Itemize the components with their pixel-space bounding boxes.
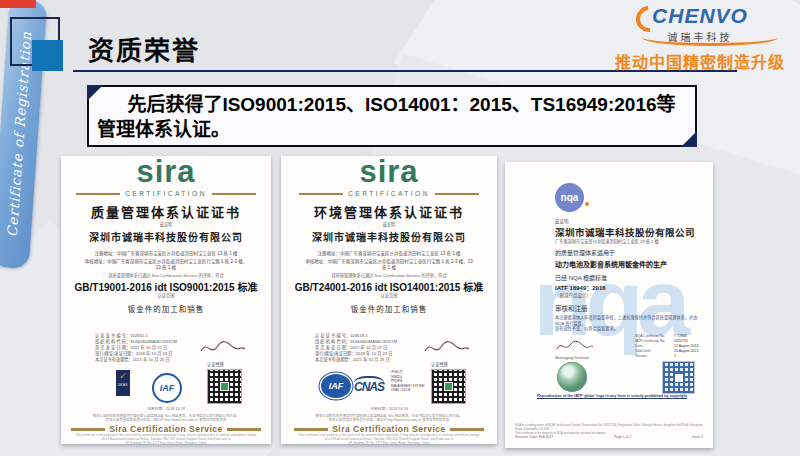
iaf-logo-icon: IAF	[152, 373, 182, 403]
footer-revision: Revision: Date: Feb 2017	[515, 435, 553, 439]
gold-bar-right	[435, 193, 479, 195]
field-value: 1	[674, 354, 676, 359]
qr-code-icon	[207, 369, 242, 404]
sira-certification-label: CERTIFICATION	[125, 190, 207, 197]
logo-tagline: 推动中国精密制造升级	[610, 49, 790, 73]
sira-certification-line: CERTIFICATION	[61, 190, 271, 197]
registration-date: 注册日期：2018.10.26	[61, 406, 271, 411]
certify-label: 兹证明	[61, 222, 271, 228]
assessment-line: 其质量管理体系已通过 Sira Certification Service 的评…	[61, 273, 271, 279]
qr-code-icon	[431, 369, 466, 404]
nqa-logo-dot-icon	[585, 202, 589, 206]
certify-label: 兹证明	[281, 222, 497, 228]
exclusion-note: （删减产品设计）	[555, 292, 703, 298]
field-row: Version1	[635, 354, 698, 359]
system-applies-line: 的质量管理体系适用于	[555, 248, 703, 257]
audit-address: 审核地址：中国广东省深圳市宝安区沙井街道洪田村宝工业区行宝路 1 栋 2-3 楼…	[303, 259, 475, 270]
certification-banner: 先后获得了ISO9001:2015、ISO14001：2015、TS16949:…	[87, 85, 697, 147]
paragraph-line: 本注册要求纳入年度的监督审核，上述标准保持并符合其质量管理体系，并由 NQA 进…	[555, 315, 705, 326]
gold-bar-left	[76, 193, 120, 195]
ukas-crown-icon: ✓	[116, 370, 130, 383]
company-name: 深圳市诚瑞丰科技股份有限公司	[281, 229, 497, 244]
signature	[199, 338, 247, 358]
sira-certification-label: CERTIFICATION	[348, 190, 430, 197]
certificate-sira-quality: sira CERTIFICATION 质量管理体系认证证书 兹证明 深圳市诚瑞丰…	[61, 156, 271, 444]
company-name: 深圳市诚瑞丰科技股份有限公司	[61, 229, 271, 244]
sira-logo: sira	[61, 155, 271, 189]
gold-bar-left	[299, 193, 343, 195]
audit-address: 审核地址：中国广东省深圳市宝安区沙井街道洪田村宝工业区行宝路 1 栋 2-3 楼…	[83, 259, 249, 270]
footer-note: 4F, Building 28, No. 2777 East Jinxiu Ro…	[67, 442, 265, 446]
registered-address: 注册地址：中国广东省深圳市宝安区沙井街道洪田村宝工业区 13 栋 1 楼	[69, 250, 263, 256]
standard-intro: 已经 NQA 根据标准	[555, 273, 703, 282]
footer-notes: This certificate is the property of Sira…	[67, 434, 265, 446]
cnas-logo-icon: CNAS	[354, 376, 384, 394]
gold-bar-right	[227, 428, 261, 431]
scope-label: 认证范围	[281, 293, 497, 299]
red-corner-accent	[0, 0, 36, 8]
certificate-fields: 认 证 证 书 编 号：103619-1 组 织 机 构 代 码：9144030…	[315, 333, 425, 363]
logo-swoosh-underline-icon	[642, 29, 778, 46]
footer-note: 4F, Building 28, No. 2777 East Jinxiu Ro…	[287, 442, 491, 446]
registration-paragraph: 本注册要求纳入年度的监督审核，上述标准保持并符合其质量管理体系，并由 NQA 进…	[555, 315, 705, 332]
qr-code-icon	[662, 361, 695, 394]
certificate-nqa-iatf: nqa nqa 兹证明 深圳市诚瑞丰科技股份有限公司 广东省深圳市宝安区沙井街道…	[505, 162, 713, 448]
standard-line: GB/T19001-2016 idt ISO9001:2015 标准	[61, 279, 271, 294]
company-logo: CHENVO 诚瑞丰科技 推动中国精密制造升级	[610, 4, 790, 73]
scope-text: 钣金件的加工和销售	[61, 303, 271, 314]
scope-label: 认证范围	[61, 293, 271, 299]
footer-page-number: Page 1 of 2	[614, 435, 631, 439]
page-title: 资质荣誉	[88, 30, 200, 67]
nqa-logo-icon: nqa	[555, 183, 584, 212]
sira-logo: sira	[281, 155, 497, 189]
assessment-line: 其环境管理体系已通过 Sira Certification Service 的评…	[281, 273, 497, 279]
certificate-title: 质量管理体系认证证书	[61, 202, 271, 221]
field-row: 本次证书有效期至：2021 年 10 月 26 日	[95, 357, 205, 363]
note-line: 有关认证范围及体系运行状态，请访问 http://www.sira.com.cn…	[71, 418, 261, 422]
registration-date: 注册日期：2018.10.26	[281, 406, 497, 411]
gold-bar-right	[450, 428, 484, 431]
footer-notes: NQA is a trading name of NQA Certificati…	[515, 424, 703, 435]
logo-wordmark: CHENVO 诚瑞丰科技	[646, 4, 754, 44]
iaf-logo-icon: IAF	[321, 374, 351, 398]
field-value: 20 August 2021	[674, 349, 698, 354]
blue-square-decoration	[32, 40, 63, 71]
certificate-title: 环境管理体系认证证书	[281, 202, 497, 221]
slide-canvas: 资质荣誉 CHENVO 诚瑞丰科技 推动中国精密制造升级 先后获得了ISO900…	[0, 0, 800, 456]
footer-issue: Issue 1	[692, 435, 703, 439]
certificate-notes: 相关认证的有效性查询可登录国家认监委网站或 Sira 网站查询，本证书信息以官方…	[71, 414, 261, 423]
standard-line: IATF 16949：2016	[555, 283, 703, 292]
company-address: 广东省深圳市宝安区沙井街道洪田村宝工业区 13 栋 1 楼	[555, 238, 703, 244]
footer-row: Revision: Date: Feb 2017 Page 1 of 2 Iss…	[515, 435, 703, 439]
company-name: 深圳市诚瑞丰科技股份有限公司	[555, 225, 703, 239]
field-row: 本次证书有效期至：2021 年 10 月 26 日	[315, 357, 425, 363]
paragraph-line: 其有效性不变，以符合监督要求。	[555, 326, 705, 332]
gold-bar-right	[212, 193, 256, 195]
banner-text: 先后获得了ISO9001:2015、ISO14001：2015、TS16949:…	[89, 87, 695, 147]
field-label: Version	[635, 354, 671, 359]
certificate-sira-environment: sira CERTIFICATION 环境管理体系认证证书 兹证明 深圳市诚瑞丰…	[281, 156, 497, 444]
certificate-fields: 认 证 证 书 编 号：102652-1 组 织 机 构 代 码：9144030…	[95, 333, 205, 363]
logo-brand-text: CHENVO	[652, 4, 748, 27]
registered-address: 注册地址：中国广东省深圳市宝安区沙井街道洪田村宝工业区 13 栋 1 楼	[289, 250, 489, 256]
iatf-globe-icon	[557, 362, 587, 392]
gold-bar-left	[71, 428, 105, 431]
note-line: 有关认证范围及体系运行状态，请访问 http://www.sira.com.cn…	[291, 418, 487, 422]
manager-label: 认证经理	[431, 361, 448, 367]
gold-bar-left	[294, 428, 328, 431]
copyright-line: Reproduction of the IATF 'globe' logo in…	[519, 394, 705, 398]
certify-label: 兹证明	[555, 218, 703, 224]
ukas-badge-icon: ✓ UKAS	[116, 370, 130, 396]
footer-notes: This certificate is the property of Sira…	[287, 434, 491, 446]
signature	[555, 338, 595, 354]
nqa-fields: NQA Certificate No.T 72883 IATF Certific…	[635, 334, 698, 359]
sira-certification-line: CERTIFICATION	[281, 190, 497, 197]
audited-registered-label: 审核和注册	[555, 303, 703, 313]
scope-text: 钣金件的加工和销售	[281, 303, 497, 314]
certificate-notes: 相关认证的有效性查询可登录国家认监委网站或 Sira 网站查询，本证书信息以官方…	[291, 414, 487, 423]
standard-line: GB/T24001-2016 idt ISO14001:2015 标准	[281, 279, 497, 294]
ukas-label: UKAS	[116, 383, 130, 387]
scope-text: 动力电池及影音系统用钣金件的生产	[555, 259, 703, 269]
signature	[423, 338, 471, 358]
manager-label: 认证经理	[207, 361, 224, 367]
